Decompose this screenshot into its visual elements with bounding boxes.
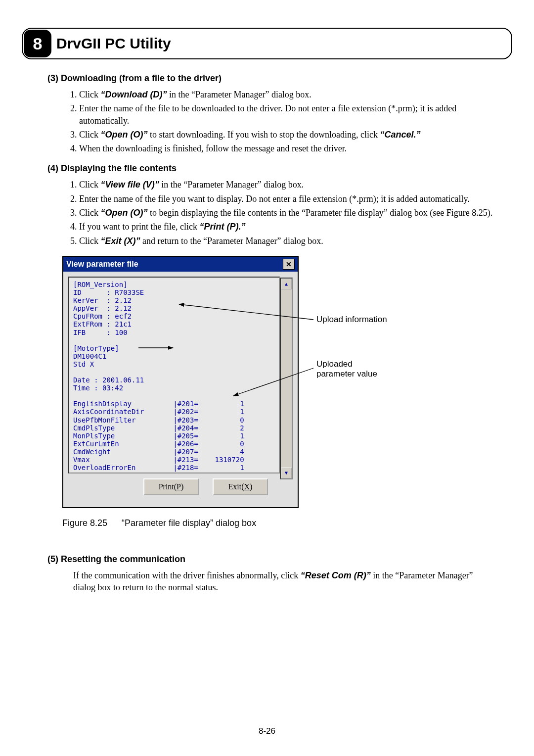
- exit-button[interactable]: Exit(X): [213, 478, 268, 495]
- list-item: Click “Open (O)” to start downloading. I…: [79, 129, 494, 141]
- close-icon[interactable]: ✕: [283, 259, 295, 270]
- list-item: Enter the name of the file you want to d…: [79, 193, 494, 205]
- section-3-list: Click “Download (D)” in the “Parameter M…: [66, 89, 494, 154]
- section-5-paragraph: If the communication with the driver fin…: [73, 569, 494, 594]
- section-3-heading: (3) Downloading (from a file to the driv…: [47, 73, 494, 84]
- page-number: 8-26: [0, 726, 534, 736]
- section-5-heading: (5) Resetting the communication: [47, 554, 494, 565]
- list-item: Click “Open (O)” to begin displaying the…: [79, 207, 494, 219]
- scroll-down-icon[interactable]: ▼: [281, 468, 292, 478]
- list-item: Enter the name of the file to be downloa…: [79, 102, 494, 127]
- section-4-list: Click “View file (V)” in the “Parameter …: [66, 179, 494, 246]
- callout-uploaded-parameter-value: Uploaded parameter value: [316, 359, 377, 379]
- chapter-number: 8: [24, 30, 51, 57]
- list-item: Click “Download (D)” in the “Parameter M…: [79, 89, 494, 100]
- scrollbar[interactable]: ▲ ▼: [280, 278, 293, 479]
- view-parameter-file-dialog: View parameter file ✕ [ROM_Version] ID :…: [62, 256, 299, 508]
- list-item: When the downloading is finished, follow…: [79, 142, 494, 154]
- dialog-titlebar: View parameter file ✕: [63, 257, 298, 272]
- chapter-title: DrvGII PC Utility: [56, 35, 171, 52]
- list-item: If you want to print the file, click “Pr…: [79, 221, 494, 233]
- dialog-title: View parameter file: [66, 260, 138, 269]
- callout-upload-information: Upload information: [316, 315, 387, 325]
- print-button[interactable]: Print(P): [143, 478, 199, 495]
- chapter-header: 8 DrvGII PC Utility: [22, 28, 512, 59]
- section-4-heading: (4) Displaying the file contents: [47, 163, 494, 174]
- list-item: Click “View file (V)” in the “Parameter …: [79, 179, 494, 190]
- scroll-up-icon[interactable]: ▲: [281, 279, 292, 289]
- figure-caption: Figure 8.25“Parameter file display” dial…: [62, 518, 494, 528]
- list-item: Click “Exit (X)” and return to the “Para…: [79, 235, 494, 247]
- parameter-file-text: [ROM_Version] ID : R7033SE KerVer : 2.12…: [68, 277, 280, 473]
